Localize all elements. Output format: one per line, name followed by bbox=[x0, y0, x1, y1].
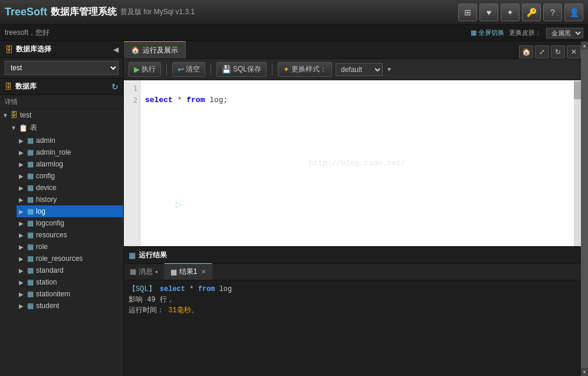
arrow-icon: ▼ bbox=[11, 125, 19, 131]
tree-item-test[interactable]: ▼ 🗄 test bbox=[0, 109, 123, 121]
result-tab-result1[interactable]: ▦ 结果1 ✕ bbox=[165, 263, 212, 280]
arrow-icon: ▶ bbox=[19, 161, 27, 168]
arrow-icon: ▶ bbox=[19, 185, 27, 191]
db-selector-icon: 🗄 bbox=[5, 45, 13, 54]
db-select[interactable]: test bbox=[5, 61, 119, 75]
tree-item-logconfig[interactable]: ▶ ▦ logconfig bbox=[17, 217, 123, 229]
editor-content[interactable]: select * from log; http://blog.csdn.net/… bbox=[140, 80, 574, 246]
result-tabs: ▦ 消息 ● ▦ 结果1 ✕ bbox=[124, 264, 581, 280]
toolbar-icons: ⊞ ♥ ✦ 🔑 ? 👤 bbox=[458, 4, 583, 21]
close-icon-btn[interactable]: ✕ bbox=[567, 45, 581, 58]
table-folder-icon: 📋 bbox=[19, 124, 28, 132]
result1-close-icon[interactable]: ✕ bbox=[201, 269, 206, 275]
clear-label: 清空 bbox=[186, 64, 200, 74]
tree-item-alarmlog[interactable]: ▶ ▦ alarmlog bbox=[17, 158, 123, 170]
message-tab-icon: ▦ bbox=[130, 267, 136, 276]
toolbar-btn-user[interactable]: 👤 bbox=[564, 4, 583, 21]
scroll-thumb[interactable] bbox=[574, 81, 581, 99]
tree-item-label-role-resources: role_resources bbox=[36, 254, 83, 263]
refresh-icon[interactable]: ↻ bbox=[111, 82, 119, 91]
skin-select[interactable]: 金属黑 bbox=[546, 28, 583, 38]
tree-item-admin[interactable]: ▶ ▦ admin bbox=[17, 135, 123, 146]
content-scrollbar[interactable]: ▲ ▼ bbox=[581, 41, 588, 376]
table-icon: ▦ bbox=[27, 278, 34, 286]
table-icon: ▦ bbox=[27, 207, 34, 215]
tree-item-stationitem[interactable]: ▶ ▦ stationitem bbox=[17, 288, 123, 300]
cursor-indicator: ▷ bbox=[176, 199, 182, 211]
tab-home-icon: 🏠 bbox=[131, 46, 140, 54]
scroll-thumb-right[interactable] bbox=[581, 50, 588, 368]
expand-icon-btn[interactable]: ⤢ bbox=[535, 45, 549, 58]
tree-item-student[interactable]: ▶ ▦ student bbox=[17, 300, 123, 312]
arrow-icon: ▼ bbox=[2, 112, 11, 119]
divider3 bbox=[272, 64, 272, 76]
tree-item-label-standard: standard bbox=[36, 266, 64, 274]
tree-item-label-role: role bbox=[36, 243, 48, 251]
scroll-down-btn[interactable]: ▼ bbox=[581, 368, 588, 376]
tree-item-admin-role[interactable]: ▶ ▦ admin_role bbox=[17, 146, 123, 158]
tree-item-tables[interactable]: ▼ 📋 表 bbox=[8, 121, 123, 135]
refresh-icon-btn[interactable]: ↻ bbox=[551, 45, 565, 58]
arrow-icon: ▶ bbox=[19, 149, 27, 156]
home-icon-btn[interactable]: 🏠 bbox=[519, 45, 533, 58]
table-icon: ▦ bbox=[27, 148, 34, 156]
tree-item-role[interactable]: ▶ ▦ role bbox=[17, 241, 123, 253]
toolbar-btn-heart[interactable]: ♥ bbox=[479, 4, 498, 21]
tree-item-log[interactable]: ▶ ▦ log bbox=[17, 205, 123, 217]
toolbar-btn-tools[interactable]: ✦ bbox=[501, 4, 520, 21]
tree-item-resources[interactable]: ▶ ▦ resources bbox=[17, 229, 123, 241]
fullscreen-button[interactable]: ▦ 全屏切换 bbox=[471, 28, 504, 37]
sql-editor[interactable]: 1 2 select * from log; http://blog.csdn.… bbox=[124, 80, 581, 246]
details-label: 详情 bbox=[0, 95, 123, 109]
app-subtitle: 普及版 for MySql v1.3.1 bbox=[120, 7, 195, 17]
tree-item-device[interactable]: ▶ ▦ device bbox=[17, 182, 123, 194]
table-icon: ▦ bbox=[27, 231, 34, 239]
logo-text: TreeSoft bbox=[5, 6, 47, 18]
divider2 bbox=[211, 64, 211, 76]
tree-children-test: ▼ 📋 表 ▶ ▦ admin ▶ ▦ bbox=[0, 121, 123, 312]
toolbar-btn-help[interactable]: ? bbox=[543, 4, 562, 21]
db-section-label: 数据库 bbox=[15, 81, 37, 91]
result-header: ▦ 运行结果 bbox=[124, 247, 581, 264]
content-area: 🏠 运行及展示 🏠 ⤢ ↻ ✕ ▶ 执行 ↩ 清空 💾 bbox=[124, 41, 581, 376]
tab-run-display[interactable]: 🏠 运行及展示 bbox=[124, 41, 186, 58]
message-tab-label: 消息 bbox=[139, 267, 153, 277]
table-icon: ▦ bbox=[27, 266, 34, 274]
tree-item-standard[interactable]: ▶ ▦ standard bbox=[17, 264, 123, 276]
result-tab-message[interactable]: ▦ 消息 ● bbox=[124, 263, 165, 280]
toolbar-btn-key[interactable]: 🔑 bbox=[522, 4, 541, 21]
change-style-icon: ✦ bbox=[283, 65, 290, 74]
tree-item-label-history: history bbox=[36, 195, 57, 204]
app-title: 数据库管理系统 bbox=[51, 6, 117, 18]
tree-item-label-log: log bbox=[36, 207, 45, 215]
db-select-wrapper: test bbox=[0, 58, 123, 79]
toolbar-btn-grid[interactable]: ⊞ bbox=[458, 4, 477, 21]
editor-scrollbar[interactable] bbox=[574, 80, 581, 246]
tab-label-run: 运行及展示 bbox=[143, 45, 178, 55]
tree-item-config[interactable]: ▶ ▦ config bbox=[17, 170, 123, 182]
tree-item-station[interactable]: ▶ ▦ station bbox=[17, 276, 123, 288]
message-tab-dot: ● bbox=[155, 269, 158, 274]
change-style-button[interactable]: ✦ 更换样式： bbox=[278, 62, 332, 77]
result-keyword-from: from bbox=[198, 285, 215, 293]
tree-item-history[interactable]: ▶ ▦ history bbox=[17, 194, 123, 205]
scroll-up-btn[interactable]: ▲ bbox=[581, 41, 588, 50]
style-select[interactable]: default bbox=[336, 63, 383, 76]
arrow-icon: ▶ bbox=[19, 208, 27, 215]
tree-area[interactable]: ▼ 🗄 test ▼ 📋 表 ▶ bbox=[0, 109, 123, 376]
arrow-icon: ▶ bbox=[19, 303, 27, 309]
execute-button[interactable]: ▶ 执行 bbox=[129, 62, 161, 77]
divider1 bbox=[166, 64, 167, 76]
clear-button[interactable]: ↩ 清空 bbox=[172, 62, 205, 77]
skin-label: 更换皮肤： bbox=[509, 28, 541, 37]
arrow-icon: ▶ bbox=[19, 232, 27, 238]
collapse-icon[interactable]: ◀ bbox=[113, 45, 119, 54]
db-selector-header: 🗄 数据库选择 ◀ bbox=[0, 41, 123, 58]
tree-item-role-resources[interactable]: ▶ ▦ role_resources bbox=[17, 253, 123, 264]
sql-save-button[interactable]: 💾 SQL保存 bbox=[216, 62, 267, 77]
table-icon: ▦ bbox=[27, 184, 34, 192]
db-section-icon: 🗄 bbox=[5, 82, 12, 91]
result-rows-text: 影响 49 行， bbox=[129, 296, 174, 304]
table-icon: ▦ bbox=[27, 254, 34, 263]
arrow-icon: ▶ bbox=[19, 173, 27, 179]
